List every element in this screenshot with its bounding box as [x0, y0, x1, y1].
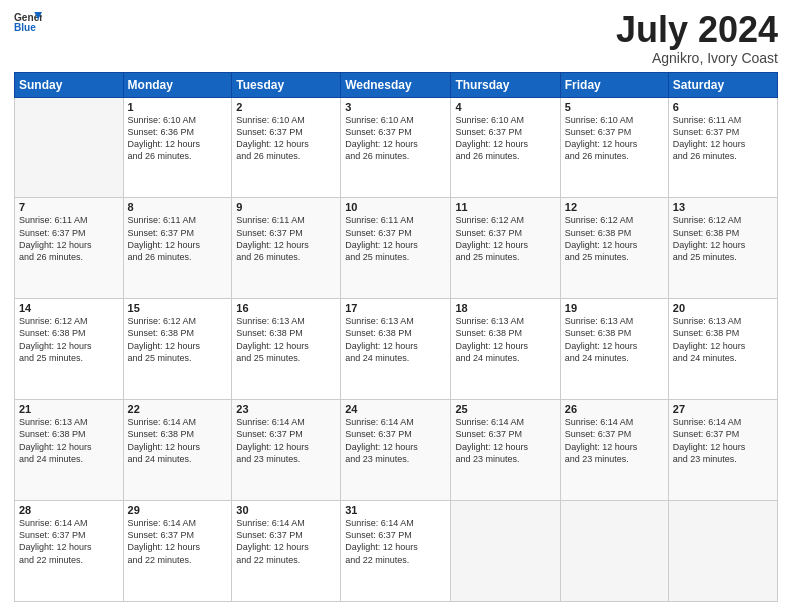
- logo-icon: General Blue: [14, 10, 42, 34]
- day-info: Sunrise: 6:12 AM Sunset: 6:38 PM Dayligh…: [673, 214, 773, 263]
- header: General Blue July 2024 Agnikro, Ivory Co…: [14, 10, 778, 66]
- day-info: Sunrise: 6:11 AM Sunset: 6:37 PM Dayligh…: [128, 214, 228, 263]
- day-info: Sunrise: 6:14 AM Sunset: 6:38 PM Dayligh…: [128, 416, 228, 465]
- day-number: 29: [128, 504, 228, 516]
- day-number: 11: [455, 201, 555, 213]
- col-saturday: Saturday: [668, 72, 777, 97]
- day-number: 16: [236, 302, 336, 314]
- day-number: 8: [128, 201, 228, 213]
- col-monday: Monday: [123, 72, 232, 97]
- calendar-cell: 25Sunrise: 6:14 AM Sunset: 6:37 PM Dayli…: [451, 400, 560, 501]
- day-info: Sunrise: 6:13 AM Sunset: 6:38 PM Dayligh…: [19, 416, 119, 465]
- calendar-week-3: 21Sunrise: 6:13 AM Sunset: 6:38 PM Dayli…: [15, 400, 778, 501]
- day-number: 18: [455, 302, 555, 314]
- day-number: 26: [565, 403, 664, 415]
- day-info: Sunrise: 6:14 AM Sunset: 6:37 PM Dayligh…: [673, 416, 773, 465]
- calendar-cell: 12Sunrise: 6:12 AM Sunset: 6:38 PM Dayli…: [560, 198, 668, 299]
- logo: General Blue: [14, 10, 42, 34]
- calendar-cell: 11Sunrise: 6:12 AM Sunset: 6:37 PM Dayli…: [451, 198, 560, 299]
- day-info: Sunrise: 6:14 AM Sunset: 6:37 PM Dayligh…: [236, 517, 336, 566]
- calendar-cell: 31Sunrise: 6:14 AM Sunset: 6:37 PM Dayli…: [341, 501, 451, 602]
- location-subtitle: Agnikro, Ivory Coast: [616, 50, 778, 66]
- day-info: Sunrise: 6:13 AM Sunset: 6:38 PM Dayligh…: [236, 315, 336, 364]
- day-number: 27: [673, 403, 773, 415]
- calendar-cell: 1Sunrise: 6:10 AM Sunset: 6:36 PM Daylig…: [123, 97, 232, 198]
- main-title: July 2024: [616, 10, 778, 50]
- calendar-cell: 19Sunrise: 6:13 AM Sunset: 6:38 PM Dayli…: [560, 299, 668, 400]
- day-number: 7: [19, 201, 119, 213]
- day-info: Sunrise: 6:14 AM Sunset: 6:37 PM Dayligh…: [19, 517, 119, 566]
- calendar-cell: 15Sunrise: 6:12 AM Sunset: 6:38 PM Dayli…: [123, 299, 232, 400]
- day-info: Sunrise: 6:14 AM Sunset: 6:37 PM Dayligh…: [345, 416, 446, 465]
- day-number: 4: [455, 101, 555, 113]
- day-number: 31: [345, 504, 446, 516]
- day-info: Sunrise: 6:11 AM Sunset: 6:37 PM Dayligh…: [345, 214, 446, 263]
- day-number: 1: [128, 101, 228, 113]
- day-info: Sunrise: 6:11 AM Sunset: 6:37 PM Dayligh…: [19, 214, 119, 263]
- day-info: Sunrise: 6:14 AM Sunset: 6:37 PM Dayligh…: [128, 517, 228, 566]
- header-row: Sunday Monday Tuesday Wednesday Thursday…: [15, 72, 778, 97]
- calendar-cell: 13Sunrise: 6:12 AM Sunset: 6:38 PM Dayli…: [668, 198, 777, 299]
- calendar-cell: 16Sunrise: 6:13 AM Sunset: 6:38 PM Dayli…: [232, 299, 341, 400]
- calendar-cell: [15, 97, 124, 198]
- calendar-cell: 17Sunrise: 6:13 AM Sunset: 6:38 PM Dayli…: [341, 299, 451, 400]
- calendar-cell: 29Sunrise: 6:14 AM Sunset: 6:37 PM Dayli…: [123, 501, 232, 602]
- day-number: 12: [565, 201, 664, 213]
- calendar-cell: [560, 501, 668, 602]
- calendar-cell: 27Sunrise: 6:14 AM Sunset: 6:37 PM Dayli…: [668, 400, 777, 501]
- calendar-cell: 10Sunrise: 6:11 AM Sunset: 6:37 PM Dayli…: [341, 198, 451, 299]
- calendar-week-2: 14Sunrise: 6:12 AM Sunset: 6:38 PM Dayli…: [15, 299, 778, 400]
- day-info: Sunrise: 6:13 AM Sunset: 6:38 PM Dayligh…: [345, 315, 446, 364]
- day-info: Sunrise: 6:11 AM Sunset: 6:37 PM Dayligh…: [673, 114, 773, 163]
- calendar-cell: 18Sunrise: 6:13 AM Sunset: 6:38 PM Dayli…: [451, 299, 560, 400]
- col-sunday: Sunday: [15, 72, 124, 97]
- day-number: 25: [455, 403, 555, 415]
- col-tuesday: Tuesday: [232, 72, 341, 97]
- calendar-cell: 22Sunrise: 6:14 AM Sunset: 6:38 PM Dayli…: [123, 400, 232, 501]
- day-number: 22: [128, 403, 228, 415]
- day-info: Sunrise: 6:10 AM Sunset: 6:37 PM Dayligh…: [455, 114, 555, 163]
- col-wednesday: Wednesday: [341, 72, 451, 97]
- day-number: 2: [236, 101, 336, 113]
- calendar-cell: 24Sunrise: 6:14 AM Sunset: 6:37 PM Dayli…: [341, 400, 451, 501]
- calendar-cell: 4Sunrise: 6:10 AM Sunset: 6:37 PM Daylig…: [451, 97, 560, 198]
- day-number: 9: [236, 201, 336, 213]
- calendar-cell: [451, 501, 560, 602]
- day-info: Sunrise: 6:14 AM Sunset: 6:37 PM Dayligh…: [236, 416, 336, 465]
- day-info: Sunrise: 6:10 AM Sunset: 6:37 PM Dayligh…: [345, 114, 446, 163]
- day-info: Sunrise: 6:11 AM Sunset: 6:37 PM Dayligh…: [236, 214, 336, 263]
- svg-text:Blue: Blue: [14, 22, 36, 33]
- day-info: Sunrise: 6:13 AM Sunset: 6:38 PM Dayligh…: [455, 315, 555, 364]
- day-number: 3: [345, 101, 446, 113]
- calendar-week-1: 7Sunrise: 6:11 AM Sunset: 6:37 PM Daylig…: [15, 198, 778, 299]
- day-info: Sunrise: 6:12 AM Sunset: 6:38 PM Dayligh…: [128, 315, 228, 364]
- day-info: Sunrise: 6:12 AM Sunset: 6:38 PM Dayligh…: [19, 315, 119, 364]
- day-number: 15: [128, 302, 228, 314]
- day-info: Sunrise: 6:12 AM Sunset: 6:37 PM Dayligh…: [455, 214, 555, 263]
- calendar-cell: 6Sunrise: 6:11 AM Sunset: 6:37 PM Daylig…: [668, 97, 777, 198]
- day-info: Sunrise: 6:14 AM Sunset: 6:37 PM Dayligh…: [455, 416, 555, 465]
- page: General Blue July 2024 Agnikro, Ivory Co…: [0, 0, 792, 612]
- calendar-week-4: 28Sunrise: 6:14 AM Sunset: 6:37 PM Dayli…: [15, 501, 778, 602]
- col-friday: Friday: [560, 72, 668, 97]
- calendar-cell: 26Sunrise: 6:14 AM Sunset: 6:37 PM Dayli…: [560, 400, 668, 501]
- day-number: 28: [19, 504, 119, 516]
- calendar-week-0: 1Sunrise: 6:10 AM Sunset: 6:36 PM Daylig…: [15, 97, 778, 198]
- day-number: 21: [19, 403, 119, 415]
- day-number: 10: [345, 201, 446, 213]
- calendar-cell: 8Sunrise: 6:11 AM Sunset: 6:37 PM Daylig…: [123, 198, 232, 299]
- calendar-cell: 23Sunrise: 6:14 AM Sunset: 6:37 PM Dayli…: [232, 400, 341, 501]
- day-info: Sunrise: 6:14 AM Sunset: 6:37 PM Dayligh…: [345, 517, 446, 566]
- calendar-cell: 21Sunrise: 6:13 AM Sunset: 6:38 PM Dayli…: [15, 400, 124, 501]
- day-info: Sunrise: 6:10 AM Sunset: 6:37 PM Dayligh…: [565, 114, 664, 163]
- day-number: 24: [345, 403, 446, 415]
- day-number: 30: [236, 504, 336, 516]
- calendar-cell: 9Sunrise: 6:11 AM Sunset: 6:37 PM Daylig…: [232, 198, 341, 299]
- calendar-cell: [668, 501, 777, 602]
- day-info: Sunrise: 6:12 AM Sunset: 6:38 PM Dayligh…: [565, 214, 664, 263]
- day-number: 5: [565, 101, 664, 113]
- calendar-cell: 20Sunrise: 6:13 AM Sunset: 6:38 PM Dayli…: [668, 299, 777, 400]
- day-number: 23: [236, 403, 336, 415]
- calendar-cell: 3Sunrise: 6:10 AM Sunset: 6:37 PM Daylig…: [341, 97, 451, 198]
- day-info: Sunrise: 6:14 AM Sunset: 6:37 PM Dayligh…: [565, 416, 664, 465]
